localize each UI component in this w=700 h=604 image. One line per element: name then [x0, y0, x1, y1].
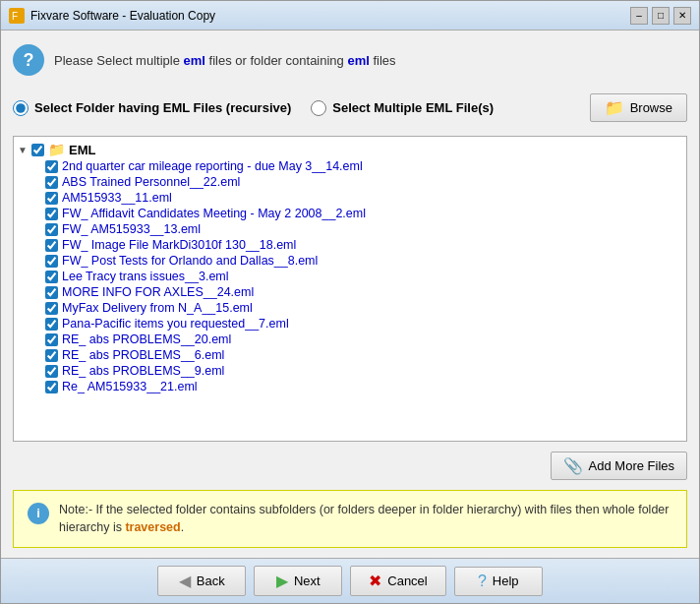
- tree-root-row[interactable]: ▼ 📁 EML: [14, 141, 686, 158]
- add-more-files-button[interactable]: 📎 Add More Files: [551, 452, 687, 480]
- expand-icon: ▼: [18, 145, 28, 155]
- radio-option-folder[interactable]: Select Folder having EML Files (recursiv…: [13, 100, 291, 116]
- note-text: Note:- If the selected folder contains s…: [59, 501, 672, 538]
- tree-item[interactable]: RE_ abs PROBLEMS__9.eml: [41, 363, 686, 379]
- bottom-bar: ◀ Back ▶ Next ✖ Cancel ? Help: [1, 558, 699, 603]
- back-icon: ◀: [179, 572, 191, 590]
- file-checkbox[interactable]: [45, 349, 58, 362]
- tree-item[interactable]: FW_ Post Tests for Orlando and Dallas__8…: [41, 253, 686, 269]
- tree-item[interactable]: FW_ AM515933__13.eml: [41, 221, 686, 237]
- tree-item[interactable]: MORE INFO FOR AXLES__24.eml: [41, 284, 686, 300]
- minimize-button[interactable]: –: [630, 7, 648, 25]
- help-button[interactable]: ? Help: [454, 567, 543, 596]
- tree-item[interactable]: MyFax Delivery from N_A__15.eml: [41, 300, 686, 316]
- file-label: ABS Trained Personnel__22.eml: [62, 175, 240, 189]
- browse-icon: 📁: [605, 98, 624, 117]
- next-icon: ▶: [276, 572, 288, 590]
- main-window: F Fixvare Software - Evaluation Copy – □…: [0, 0, 700, 604]
- file-checkbox[interactable]: [45, 192, 58, 205]
- radio-folder-input[interactable]: [13, 100, 29, 116]
- radio-option-files[interactable]: Select Multiple EML File(s): [311, 100, 494, 116]
- tree-item[interactable]: Re_ AM515933__21.eml: [41, 379, 686, 394]
- file-label: 2nd quarter car mileage reporting - due …: [62, 159, 363, 173]
- add-files-label: Add More Files: [589, 458, 674, 473]
- file-checkbox[interactable]: [45, 302, 58, 315]
- file-checkbox[interactable]: [45, 176, 58, 189]
- tree-root: ▼ 📁 EML 2nd quarter car mileage reportin…: [14, 137, 686, 398]
- add-files-row: 📎 Add More Files: [13, 450, 687, 482]
- file-label: Re_ AM515933__21.eml: [62, 380, 198, 393]
- note-info-icon: i: [28, 503, 49, 524]
- tree-item[interactable]: 2nd quarter car mileage reporting - due …: [41, 158, 686, 174]
- tree-item[interactable]: RE_ abs PROBLEMS__6.eml: [41, 347, 686, 363]
- title-bar: F Fixvare Software - Evaluation Copy – □…: [1, 1, 699, 30]
- file-label: FW_ Image File MarkDi3010f 130__18.eml: [62, 238, 296, 252]
- header-row: ? Please Select multiple eml files or fo…: [13, 40, 687, 80]
- file-checkbox[interactable]: [45, 365, 58, 378]
- file-label: RE_ abs PROBLEMS__6.eml: [62, 348, 224, 362]
- tree-item[interactable]: RE_ abs PROBLEMS__20.eml: [41, 332, 686, 347]
- cancel-button[interactable]: ✖ Cancel: [350, 566, 445, 596]
- file-label: Pana-Pacific items you requested__7.eml: [62, 317, 289, 331]
- tree-item[interactable]: ABS Trained Personnel__22.eml: [41, 174, 686, 190]
- tree-item[interactable]: Pana-Pacific items you requested__7.eml: [41, 316, 686, 332]
- tree-item[interactable]: FW_ Affidavit Candidates Meeting - May 2…: [41, 206, 686, 221]
- file-checkbox[interactable]: [45, 271, 58, 283]
- file-label: RE_ abs PROBLEMS__9.eml: [62, 364, 224, 378]
- file-label: FW_ Affidavit Candidates Meeting - May 2…: [62, 207, 366, 220]
- file-checkbox[interactable]: [45, 381, 58, 393]
- help-label: Help: [493, 574, 519, 588]
- content-area: ? Please Select multiple eml files or fo…: [1, 30, 699, 558]
- cancel-icon: ✖: [369, 572, 381, 590]
- tree-item[interactable]: AM515933__11.eml: [41, 190, 686, 206]
- file-label: AM515933__11.eml: [62, 191, 172, 205]
- file-checkbox[interactable]: [45, 318, 58, 331]
- tree-children: 2nd quarter car mileage reporting - due …: [14, 158, 686, 394]
- app-icon: F: [9, 8, 25, 24]
- svg-text:F: F: [12, 11, 18, 22]
- browse-button[interactable]: 📁 Browse: [590, 93, 687, 122]
- back-button[interactable]: ◀ Back: [157, 566, 246, 596]
- folder-icon: 📁: [48, 142, 65, 157]
- file-label: MORE INFO FOR AXLES__24.eml: [62, 285, 254, 299]
- file-checkbox[interactable]: [45, 255, 58, 268]
- back-label: Back: [197, 574, 225, 588]
- file-tree-container[interactable]: ▼ 📁 EML 2nd quarter car mileage reportin…: [13, 136, 687, 442]
- file-label: RE_ abs PROBLEMS__20.eml: [62, 332, 231, 346]
- window-title: Fixvare Software - Evaluation Copy: [30, 9, 630, 23]
- file-checkbox[interactable]: [45, 223, 58, 236]
- note-box: i Note:- If the selected folder contains…: [13, 490, 687, 549]
- window-controls: – □ ✕: [630, 7, 691, 25]
- root-checkbox[interactable]: [31, 144, 44, 156]
- help-icon: ?: [478, 573, 487, 590]
- header-description: Please Select multiple eml files or fold…: [54, 53, 396, 68]
- radio-files-label: Select Multiple EML File(s): [332, 100, 494, 115]
- file-checkbox[interactable]: [45, 333, 58, 346]
- radio-options-row: Select Folder having EML Files (recursiv…: [13, 88, 687, 128]
- radio-folder-label: Select Folder having EML Files (recursiv…: [34, 100, 291, 115]
- file-label: FW_ AM515933__13.eml: [62, 222, 201, 236]
- tree-item[interactable]: Lee Tracy trans issues__3.eml: [41, 269, 686, 284]
- close-button[interactable]: ✕: [673, 7, 691, 25]
- next-label: Next: [294, 574, 321, 588]
- radio-files-input[interactable]: [311, 100, 326, 116]
- browse-label: Browse: [630, 100, 672, 115]
- root-folder-label: EML: [69, 143, 95, 157]
- question-icon: ?: [13, 44, 44, 76]
- cancel-label: Cancel: [387, 574, 427, 588]
- file-checkbox[interactable]: [45, 239, 58, 252]
- file-label: FW_ Post Tests for Orlando and Dallas__8…: [62, 254, 318, 268]
- file-checkbox[interactable]: [45, 160, 58, 173]
- file-checkbox[interactable]: [45, 286, 58, 299]
- file-label: MyFax Delivery from N_A__15.eml: [62, 301, 253, 315]
- maximize-button[interactable]: □: [652, 7, 670, 25]
- file-checkbox[interactable]: [45, 208, 58, 220]
- add-files-icon: 📎: [563, 456, 583, 475]
- file-label: Lee Tracy trans issues__3.eml: [62, 270, 229, 283]
- next-button[interactable]: ▶ Next: [254, 566, 342, 596]
- tree-item[interactable]: FW_ Image File MarkDi3010f 130__18.eml: [41, 237, 686, 253]
